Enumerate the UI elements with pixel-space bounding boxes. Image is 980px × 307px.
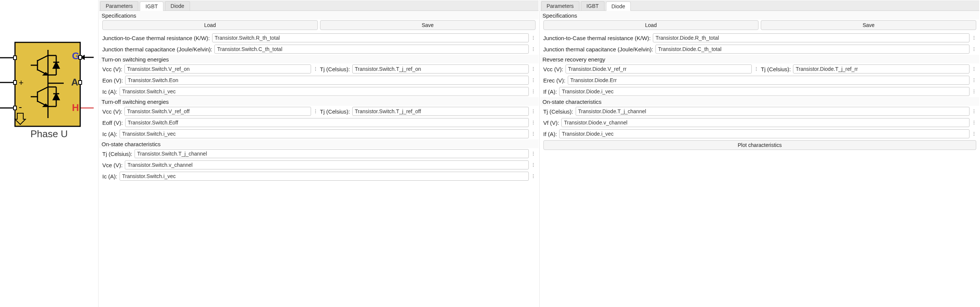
vcc-off-label: Vcc (V):: [102, 108, 122, 115]
more-menu-icon[interactable]: [972, 88, 976, 95]
more-menu-icon[interactable]: [531, 150, 536, 157]
tj-ch-label: Tj (Celsius):: [102, 151, 132, 157]
vcc-rr-input[interactable]: [565, 64, 752, 73]
vcc-on-input[interactable]: [124, 64, 311, 73]
more-menu-icon[interactable]: [313, 65, 318, 72]
igbt-panel: Parameters IGBT Diode Specifications Loa…: [98, 0, 539, 307]
if-rr-label: If (A):: [543, 89, 557, 95]
diode-tabbar: Parameters IGBT Diode: [540, 0, 980, 11]
more-menu-icon[interactable]: [531, 88, 536, 95]
more-menu-icon[interactable]: [972, 46, 976, 52]
tab-parameters-right[interactable]: Parameters: [541, 1, 579, 11]
svg-rect-16: [79, 81, 82, 84]
more-menu-icon[interactable]: [972, 119, 976, 126]
rth-label: Junction-to-Case thermal resistance (K/W…: [102, 35, 210, 41]
tj-ch-input[interactable]: [576, 107, 969, 116]
svg-rect-12: [13, 56, 16, 60]
save-button[interactable]: Save: [320, 20, 536, 30]
more-menu-icon[interactable]: [972, 35, 976, 41]
tj-ch-input[interactable]: [135, 149, 528, 158]
vcc-rr-label: Vcc (V):: [543, 66, 563, 72]
if-ch-label: If (A):: [543, 131, 557, 137]
svg-rect-13: [13, 81, 16, 84]
svg-text:H: H: [72, 102, 79, 113]
vf-label: Vf (V):: [543, 119, 560, 126]
ic-off-label: Ic (A):: [102, 131, 117, 137]
more-menu-icon[interactable]: [531, 77, 536, 84]
tab-igbt-right[interactable]: IGBT: [581, 1, 605, 11]
more-menu-icon[interactable]: [531, 46, 536, 52]
tab-diode-left[interactable]: Diode: [165, 1, 190, 11]
tab-parameters-left[interactable]: Parameters: [100, 1, 138, 11]
more-menu-icon[interactable]: [972, 130, 976, 137]
more-menu-icon[interactable]: [972, 108, 976, 115]
eon-label: Eon (V):: [102, 77, 123, 84]
rth-input[interactable]: [212, 33, 529, 42]
ic-ch-input[interactable]: [119, 172, 529, 181]
tj-rr-input[interactable]: [793, 64, 969, 73]
svg-rect-15: [79, 56, 82, 59]
tab-igbt-left[interactable]: IGBT: [140, 2, 163, 11]
save-button[interactable]: Save: [761, 20, 976, 30]
load-button[interactable]: Load: [102, 20, 318, 30]
cth-input[interactable]: [655, 45, 969, 54]
ic-off-input[interactable]: [119, 129, 529, 138]
cth-input[interactable]: [214, 45, 528, 54]
more-menu-icon[interactable]: [531, 108, 536, 115]
cth-label: Junction thermal capacitance (Joule/Kelv…: [543, 46, 653, 52]
more-menu-icon[interactable]: [531, 119, 536, 126]
ic-on-input[interactable]: [119, 87, 529, 96]
rth-input[interactable]: [653, 33, 969, 42]
reverse-recovery-heading: Reverse recovery energy: [540, 55, 980, 64]
if-ch-input[interactable]: [559, 129, 969, 138]
svg-rect-14: [13, 106, 16, 110]
eon-input[interactable]: [125, 76, 528, 85]
svg-text:+: +: [19, 78, 24, 87]
specifications-heading: Specifications: [540, 11, 980, 19]
more-menu-icon[interactable]: [313, 108, 318, 115]
block-label: Phase U: [0, 128, 98, 140]
on-state-heading: On-state characteristics: [540, 97, 980, 106]
more-menu-icon[interactable]: [531, 173, 536, 180]
vcc-off-input[interactable]: [124, 107, 311, 116]
plot-characteristics-button[interactable]: Plot characteristics: [543, 140, 977, 150]
eoff-label: Eoff (V):: [102, 119, 123, 126]
vf-input[interactable]: [562, 118, 969, 127]
vce-label: Vce (V):: [102, 162, 123, 168]
more-menu-icon[interactable]: [531, 65, 536, 72]
igbt-tabbar: Parameters IGBT Diode: [99, 0, 539, 11]
turn-off-heading: Turn-off switching energies: [99, 97, 539, 106]
turn-on-heading: Turn-on switching energies: [99, 55, 539, 64]
erec-input[interactable]: [568, 76, 969, 85]
tab-diode-right[interactable]: Diode: [606, 2, 631, 11]
block-diagram-area: G A H + -: [0, 0, 98, 307]
more-menu-icon[interactable]: [972, 65, 976, 72]
more-menu-icon[interactable]: [531, 130, 536, 137]
more-menu-icon[interactable]: [754, 65, 759, 72]
svg-text:A: A: [71, 76, 78, 88]
load-button[interactable]: Load: [543, 20, 759, 30]
erec-label: Erec (V):: [543, 77, 565, 84]
tj-off-label: Tj (Celsius):: [320, 108, 350, 115]
tj-off-input[interactable]: [352, 107, 529, 116]
on-state-heading: On-state characteristics: [99, 140, 539, 148]
phase-block-icon: G A H + -: [0, 0, 97, 127]
ic-ch-label: Ic (A):: [102, 173, 117, 180]
if-rr-input[interactable]: [559, 87, 969, 96]
tj-on-label: Tj (Celsius):: [320, 66, 350, 72]
tj-on-input[interactable]: [352, 64, 529, 73]
more-menu-icon[interactable]: [531, 162, 536, 168]
diode-panel: Parameters IGBT Diode Specifications Loa…: [539, 0, 980, 307]
vce-input[interactable]: [125, 161, 528, 169]
more-menu-icon[interactable]: [531, 35, 536, 41]
tj-rr-label: Tj (Celsius):: [761, 66, 791, 72]
ic-on-label: Ic (A):: [102, 89, 117, 95]
vcc-on-label: Vcc (V):: [102, 66, 122, 72]
svg-text:-: -: [19, 101, 22, 113]
specifications-heading: Specifications: [99, 11, 539, 19]
rth-label: Junction-to-Case thermal resistance (K/W…: [543, 35, 651, 41]
eoff-input[interactable]: [125, 118, 529, 127]
more-menu-icon[interactable]: [972, 77, 976, 84]
cth-label: Junction thermal capacitance (Joule/Kelv…: [102, 46, 212, 52]
tj-ch-label: Tj (Celsius):: [543, 108, 573, 115]
